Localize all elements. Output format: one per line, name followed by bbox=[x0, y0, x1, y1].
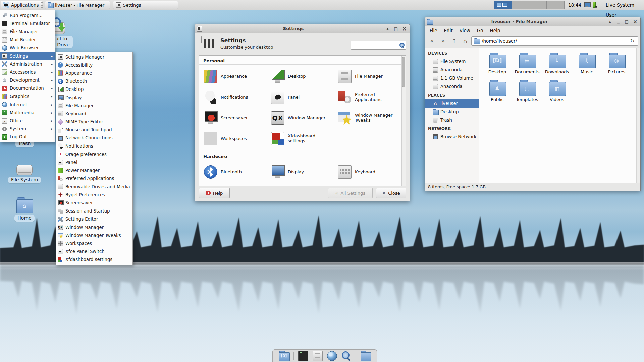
menu-item-development[interactable]: Development bbox=[0, 76, 55, 84]
submenu-item-desktop[interactable]: Desktop bbox=[56, 85, 132, 94]
tile-keyboard[interactable]: Keyboard bbox=[336, 162, 403, 182]
forward-button[interactable] bbox=[438, 36, 448, 46]
path-bar[interactable]: /home/liveuser/ bbox=[471, 36, 638, 46]
menu-item-documentation[interactable]: Documentation bbox=[0, 84, 55, 93]
search-box[interactable] bbox=[351, 41, 406, 50]
file-item-desktop[interactable]: [D]Desktop bbox=[482, 52, 512, 74]
sidebar-item-desktop[interactable]: Desktop bbox=[425, 108, 479, 116]
tile-xfdashboard[interactable]: Xfdashboard settings bbox=[269, 128, 336, 149]
submenu-item-xfdashboard-settings[interactable]: Xfdashboard settings bbox=[56, 256, 132, 264]
desktop-icon-filesystem[interactable]: File System bbox=[6, 162, 43, 183]
file-item-music[interactable]: ♫Music bbox=[572, 52, 602, 74]
tile-file-manager[interactable]: File Manager bbox=[336, 66, 403, 87]
menu-item-accessories[interactable]: Accessories bbox=[0, 68, 55, 76]
taskbar-item-file-manager[interactable]: ⌂ liveuser - File Manager bbox=[45, 1, 110, 9]
submenu-item-window-manager-tweaks[interactable]: Window Manager Tweaks bbox=[56, 231, 132, 239]
tile-notifications[interactable]: Notifications bbox=[202, 87, 269, 108]
menu-item-office[interactable]: Office bbox=[0, 117, 55, 125]
desktop-icon-home[interactable]: ⌂ Home bbox=[6, 197, 43, 222]
menu-edit[interactable]: Edit bbox=[441, 26, 456, 35]
search-input[interactable] bbox=[352, 43, 399, 48]
tile-mouse-touchpad[interactable]: Mouse and Touchpad bbox=[202, 182, 269, 186]
dock-terminal-icon[interactable] bbox=[298, 351, 308, 361]
settings-titlebar[interactable]: Settings bbox=[195, 24, 410, 33]
workspace-4[interactable] bbox=[547, 1, 564, 9]
battery-tray-icon[interactable] bbox=[593, 2, 596, 8]
dock-desktop-folder-icon[interactable]: [D] bbox=[279, 351, 289, 361]
tile-appearance[interactable]: Appearance bbox=[202, 66, 269, 87]
dock-file-manager-icon[interactable] bbox=[313, 351, 323, 361]
clock[interactable]: 18:44 bbox=[568, 0, 581, 10]
submenu-item-window-manager[interactable]: Window Manager bbox=[56, 223, 132, 231]
submenu-item-xfce-panel-switch[interactable]: Xfce Panel Switch bbox=[56, 248, 132, 256]
menu-item-web-browser[interactable]: Web Browser bbox=[0, 44, 55, 52]
menu-item-run-program[interactable]: Run Program... bbox=[0, 11, 55, 19]
file-manager-filearea[interactable]: [D]Desktop ▤Documents ↓Downloads ♫Music … bbox=[479, 48, 640, 183]
sidebar-item-browse-network[interactable]: Browse Network bbox=[425, 133, 479, 141]
submenu-item-settings-manager[interactable]: Settings Manager bbox=[56, 53, 132, 61]
close-button[interactable] bbox=[632, 19, 638, 24]
sidebar-item-liveuser[interactable]: liveuser bbox=[425, 99, 479, 108]
back-button[interactable] bbox=[427, 36, 437, 46]
tile-power-manager[interactable]: Power Manager bbox=[269, 182, 336, 186]
menu-item-mail-reader[interactable]: Mail Reader bbox=[0, 36, 55, 44]
scrollbar-thumb[interactable] bbox=[402, 57, 405, 87]
submenu-item-rygel-preferences[interactable]: Rygel Preferences bbox=[56, 191, 132, 199]
menu-item-file-manager[interactable]: File Manager bbox=[0, 27, 55, 36]
menu-view[interactable]: View bbox=[456, 26, 474, 35]
dock-web-browser-icon[interactable] bbox=[327, 351, 337, 361]
taskbar-item-settings[interactable]: Settings bbox=[113, 1, 178, 9]
file-item-downloads[interactable]: ↓Downloads bbox=[542, 52, 572, 74]
submenu-item-orage-preferences[interactable]: Orage preferences bbox=[56, 150, 132, 158]
tile-desktop[interactable]: Desktop bbox=[269, 66, 336, 87]
tile-window-manager[interactable]: Window Manager bbox=[269, 108, 336, 128]
submenu-item-workspaces[interactable]: Workspaces bbox=[56, 239, 132, 247]
menu-item-settings[interactable]: Settings bbox=[0, 52, 55, 60]
dock-folder-icon[interactable] bbox=[361, 351, 371, 361]
sidebar-item-filesystem[interactable]: File System bbox=[425, 57, 479, 66]
menu-item-internet[interactable]: Internet bbox=[0, 101, 55, 109]
settings-scrollbar[interactable] bbox=[401, 56, 406, 186]
workspace-2[interactable] bbox=[512, 1, 529, 9]
file-item-documents[interactable]: ▤Documents bbox=[512, 52, 542, 74]
menu-item-multimedia[interactable]: Multimedia bbox=[0, 109, 55, 117]
submenu-item-preferred-applications[interactable]: Preferred Applications bbox=[56, 175, 132, 183]
reload-button[interactable] bbox=[629, 38, 636, 44]
workspace-switcher[interactable] bbox=[494, 1, 565, 9]
maximize-button[interactable] bbox=[624, 19, 630, 24]
sidebar-item-trash[interactable]: Trash bbox=[425, 116, 479, 124]
workspace-1[interactable] bbox=[494, 1, 512, 9]
menu-item-graphics[interactable]: Graphics bbox=[0, 93, 55, 101]
file-item-public[interactable]: ♟Public bbox=[482, 80, 512, 102]
sidebar-item-anaconda1[interactable]: Anaconda bbox=[425, 66, 479, 74]
menu-item-administration[interactable]: Administration bbox=[0, 60, 55, 68]
submenu-item-session-startup[interactable]: Session and Startup bbox=[56, 207, 132, 215]
submenu-item-power-manager[interactable]: Power Manager bbox=[56, 167, 132, 175]
workspace-3[interactable] bbox=[529, 1, 547, 9]
tile-window-manager-tweaks[interactable]: Window Manager Tweaks bbox=[336, 108, 403, 128]
help-button[interactable]: Help bbox=[199, 188, 230, 198]
tile-preferred-applications[interactable]: Preferred Applications bbox=[336, 87, 403, 108]
all-settings-button[interactable]: «All Settings bbox=[328, 188, 373, 198]
submenu-item-network-connections[interactable]: Network Connections bbox=[56, 134, 132, 142]
menu-item-terminal[interactable]: Terminal Emulator bbox=[0, 19, 55, 27]
tile-display[interactable]: Display bbox=[269, 162, 336, 182]
submenu-item-notifications[interactable]: Notifications bbox=[56, 142, 132, 150]
submenu-item-keyboard[interactable]: Keyboard bbox=[56, 110, 132, 118]
submenu-item-removable-drives[interactable]: Removable Drives and Media bbox=[56, 183, 132, 191]
sidebar-item-volume[interactable]: 1.1 GB Volume bbox=[425, 74, 479, 82]
menu-item-system[interactable]: System bbox=[0, 125, 55, 133]
home-button[interactable] bbox=[460, 36, 470, 46]
sidebar-item-anaconda2[interactable]: Anaconda bbox=[425, 82, 479, 91]
close-button[interactable]: ✕Close bbox=[376, 188, 406, 198]
dock-search-icon[interactable] bbox=[341, 351, 352, 361]
tile-screensaver[interactable]: Screensaver bbox=[202, 108, 269, 128]
menu-item-log-out[interactable]: Log Out bbox=[0, 133, 55, 141]
maximize-button[interactable] bbox=[393, 26, 399, 32]
applications-button[interactable]: Applications bbox=[1, 1, 42, 9]
submenu-item-mouse-touchpad[interactable]: Mouse and Touchpad bbox=[56, 126, 132, 134]
submenu-item-mime-type-editor[interactable]: MIME Type Editor bbox=[56, 118, 132, 126]
submenu-item-screensaver[interactable]: Screensaver bbox=[56, 199, 132, 207]
shade-button[interactable] bbox=[384, 26, 391, 32]
menu-file[interactable]: File bbox=[426, 26, 441, 35]
